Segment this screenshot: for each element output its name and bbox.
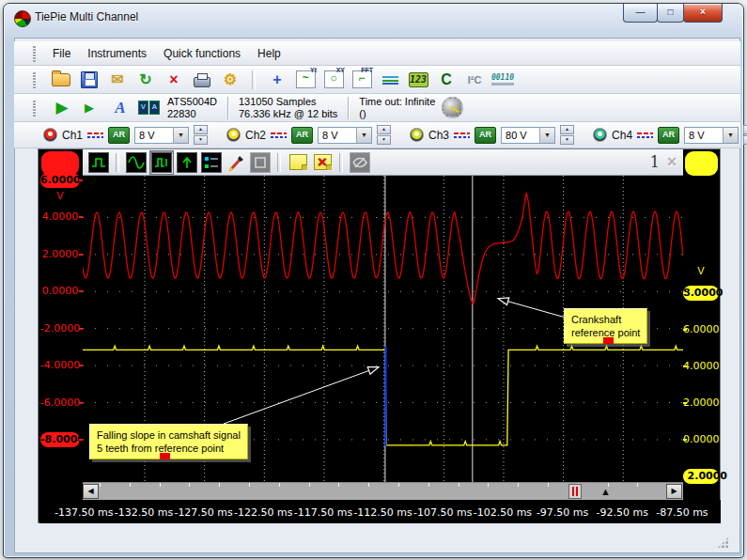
digital-waveform-icon[interactable] bbox=[149, 150, 174, 175]
step-down-icon[interactable]: ▼ bbox=[377, 135, 391, 145]
print-icon[interactable] bbox=[191, 69, 213, 91]
step-down-icon[interactable]: ▼ bbox=[743, 135, 747, 145]
minimize-button[interactable]: — bbox=[623, 4, 658, 23]
timeout-knob-icon[interactable] bbox=[442, 97, 463, 118]
note-anchor[interactable] bbox=[603, 337, 614, 344]
left-axis[interactable]: 6.00004.00002.00000.0000-2.0000-4.0000-6… bbox=[39, 149, 83, 500]
plot-area[interactable]: Crankshaft reference point Falling slope… bbox=[83, 176, 683, 482]
range-select[interactable]: 8 V▼ bbox=[134, 127, 189, 144]
step-up-icon[interactable]: ▲ bbox=[194, 125, 208, 134]
tile-face bbox=[88, 152, 109, 173]
autoranging-badge[interactable]: AR bbox=[658, 127, 679, 144]
delete-icon[interactable]: × bbox=[163, 69, 185, 91]
menu-item-quick-functions[interactable]: Quick functions bbox=[155, 44, 249, 63]
source-step-icon[interactable] bbox=[87, 151, 110, 174]
title-bar[interactable]: TiePie Multi Channel —□× bbox=[4, 4, 743, 32]
right-axis-top-block[interactable] bbox=[685, 151, 718, 176]
axis-tick bbox=[683, 292, 687, 294]
step-down-icon[interactable]: ▼ bbox=[194, 135, 208, 145]
chevron-down-icon[interactable]: ▼ bbox=[356, 128, 371, 143]
range-stepper[interactable]: ▲▼ bbox=[560, 125, 574, 145]
menu-item-instruments[interactable]: Instruments bbox=[79, 44, 155, 63]
vertical-scale-icon[interactable] bbox=[176, 151, 198, 174]
coupling-icon[interactable] bbox=[454, 132, 470, 138]
chevron-down-icon[interactable]: ▼ bbox=[539, 128, 554, 143]
close-graph-icon[interactable]: ✕ bbox=[664, 155, 679, 170]
scroll-left-button[interactable]: ◀ bbox=[83, 484, 99, 499]
oneshot-measurement-icon[interactable]: ▶ bbox=[80, 97, 102, 119]
binary-keyboard-icon[interactable]: 00110 bbox=[491, 69, 514, 91]
right-axis[interactable]: 8.00006.00004.00002.00000.0000-2.0000V bbox=[683, 149, 720, 500]
add-graph-icon[interactable]: + bbox=[266, 69, 288, 91]
range-select[interactable]: 80 V▼ bbox=[501, 127, 555, 144]
left-axis-label: -2.0000 bbox=[39, 321, 81, 336]
device-model: ATS5004D bbox=[167, 96, 217, 108]
time-label: -107.50 ms bbox=[413, 506, 472, 519]
delete-notes-icon[interactable]: × bbox=[311, 151, 334, 174]
menu-item-help[interactable]: Help bbox=[249, 44, 289, 63]
chevron-down-icon[interactable]: ▼ bbox=[723, 128, 738, 143]
crescent-icon[interactable]: C bbox=[435, 69, 458, 91]
scroll-right-button[interactable]: ▶ bbox=[666, 484, 682, 499]
step-up-icon[interactable]: ▲ bbox=[743, 125, 747, 134]
channel-led-icon[interactable] bbox=[43, 128, 57, 142]
channel-led-icon[interactable] bbox=[410, 128, 424, 142]
add-note-icon[interactable] bbox=[287, 151, 309, 174]
coupling-icon[interactable] bbox=[87, 132, 103, 138]
coupling-icon[interactable] bbox=[271, 132, 287, 138]
camshaft-arrow bbox=[224, 367, 378, 424]
divider bbox=[227, 97, 228, 119]
meter-icon[interactable] bbox=[379, 69, 401, 91]
sample-rate: 76.336 kHz @ 12 bits bbox=[239, 108, 337, 120]
range-select[interactable]: 8 V▼ bbox=[318, 127, 372, 144]
graph-panel: 6.00004.00002.00000.0000-2.0000-4.0000-6… bbox=[38, 148, 721, 523]
note-anchor[interactable] bbox=[160, 453, 170, 459]
channel-list-icon[interactable] bbox=[200, 151, 223, 174]
position-triangle-icon[interactable]: ▲ bbox=[600, 485, 611, 498]
step-up-icon[interactable]: ▲ bbox=[377, 125, 391, 134]
save-icon[interactable] bbox=[78, 69, 101, 91]
refresh-icon[interactable]: ↻ bbox=[134, 69, 157, 91]
time-label: -122.50 ms bbox=[234, 506, 292, 519]
yt-graph-icon[interactable]: ~Yt bbox=[294, 69, 317, 91]
meter-display-icon[interactable]: VA bbox=[138, 97, 161, 119]
trigger-marker[interactable] bbox=[568, 484, 582, 499]
range-stepper[interactable]: ▲▼ bbox=[743, 125, 747, 145]
open-icon[interactable] bbox=[50, 69, 72, 91]
paintbrush-icon[interactable] bbox=[225, 151, 247, 174]
analog-waveform-icon[interactable] bbox=[125, 151, 148, 174]
autoranging-badge[interactable]: AR bbox=[291, 127, 313, 144]
left-axis-label: -6.0000 bbox=[39, 396, 81, 411]
settings-gear-icon[interactable]: ⚙ bbox=[219, 69, 241, 91]
xy-graph-icon[interactable]: ○XY bbox=[322, 69, 345, 91]
close-button[interactable]: × bbox=[683, 4, 723, 23]
menu-item-file[interactable]: File bbox=[44, 44, 79, 63]
autoranging-badge[interactable]: AR bbox=[108, 127, 130, 144]
right-axis-label: 0.0000 bbox=[683, 432, 719, 447]
maximize-button[interactable]: □ bbox=[657, 4, 684, 23]
time-scrollbar[interactable]: ◀ ▲ ▶ bbox=[83, 482, 683, 500]
range-stepper[interactable]: ▲▼ bbox=[194, 125, 208, 145]
channel-label: Ch1 bbox=[62, 129, 83, 142]
range-stepper[interactable]: ▲▼ bbox=[377, 125, 391, 145]
mail-icon[interactable]: ✉ bbox=[106, 69, 129, 91]
start-measurement-icon[interactable]: ▶ bbox=[51, 97, 73, 119]
time-label: -127.50 ms bbox=[174, 506, 232, 519]
play-glyph: ▶ bbox=[85, 101, 94, 114]
i2c-icon[interactable]: I²C bbox=[463, 69, 486, 91]
crankshaft-note[interactable]: Crankshaft reference point bbox=[564, 308, 647, 344]
step-up-icon[interactable]: ▲ bbox=[560, 125, 574, 134]
channel-led-icon[interactable] bbox=[593, 128, 607, 142]
step-down-icon[interactable]: ▼ bbox=[560, 135, 574, 145]
awg-icon[interactable]: A bbox=[109, 97, 132, 119]
channel-led-icon[interactable] bbox=[226, 128, 241, 142]
range-select[interactable]: 8 V▼ bbox=[684, 127, 739, 144]
fft-graph-icon[interactable]: ⌐FFT bbox=[350, 69, 373, 91]
chevron-down-icon[interactable]: ▼ bbox=[173, 128, 188, 143]
value-display-icon[interactable]: 123 bbox=[407, 69, 429, 91]
hide-source-disabled-icon bbox=[349, 151, 371, 174]
autoranging-badge[interactable]: AR bbox=[475, 127, 496, 144]
camshaft-note[interactable]: Falling slope in camshaft signal 5 teeth… bbox=[89, 424, 248, 459]
tile-label: Yt bbox=[310, 67, 317, 73]
coupling-icon[interactable] bbox=[637, 132, 653, 138]
